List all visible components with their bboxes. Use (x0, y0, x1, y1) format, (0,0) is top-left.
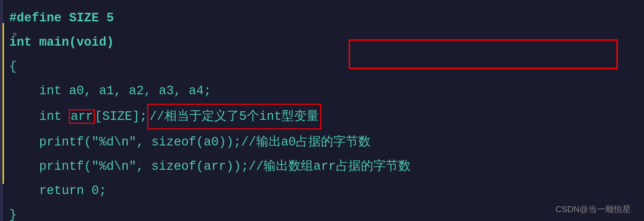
line4-text: int a0, a1, a2, a3, a4; (9, 79, 211, 102)
code-container: #define SIZE 5 = int main(void) { int a0… (0, 0, 644, 221)
line6-text: printf("%d\n", sizeof(a0));//输出a0占据的字节数 (9, 131, 371, 154)
line9-text: } (9, 204, 17, 221)
indent-bar-1 (3, 23, 4, 46)
line8-text: return 0; (9, 179, 106, 202)
code-lines: #define SIZE 5 = int main(void) { int a0… (0, 6, 644, 221)
code-line-5: int arr [SIZE]; //相当于定义了5个int型变量 (9, 103, 631, 130)
line1-text: #define SIZE 5 (9, 7, 114, 30)
watermark: CSDN@当一顺恒星 (555, 204, 631, 215)
breakpoint-indicator: = (12, 31, 17, 39)
code-line-8: return 0; (9, 179, 631, 203)
code-line-7: printf("%d\n", sizeof(arr));//输出数组arr占据的… (9, 154, 631, 179)
line5-comment: //相当于定义了5个int型变量 (147, 104, 322, 129)
line5-arr: arr (69, 109, 94, 124)
line5-before: int (9, 105, 69, 128)
code-line-9: } (9, 203, 631, 221)
code-line-1: #define SIZE 5 (9, 6, 631, 30)
code-line-6: printf("%d\n", sizeof(a0));//输出a0占据的字节数 (9, 130, 631, 154)
line7-text: printf("%d\n", sizeof(arr));//输出数组arr占据的… (9, 155, 411, 178)
code-line-2: = int main(void) (9, 30, 631, 55)
indent-bar-2 (3, 46, 4, 69)
line3-text: { (9, 55, 17, 78)
code-line-4: int a0, a1, a2, a3, a4; (9, 79, 631, 103)
code-line-3: { (9, 55, 631, 79)
left-border (0, 0, 3, 221)
indent-bar-3 (3, 69, 4, 184)
line2-text: int main(void) (9, 31, 114, 54)
line5-after: [SIZE]; (95, 105, 147, 128)
